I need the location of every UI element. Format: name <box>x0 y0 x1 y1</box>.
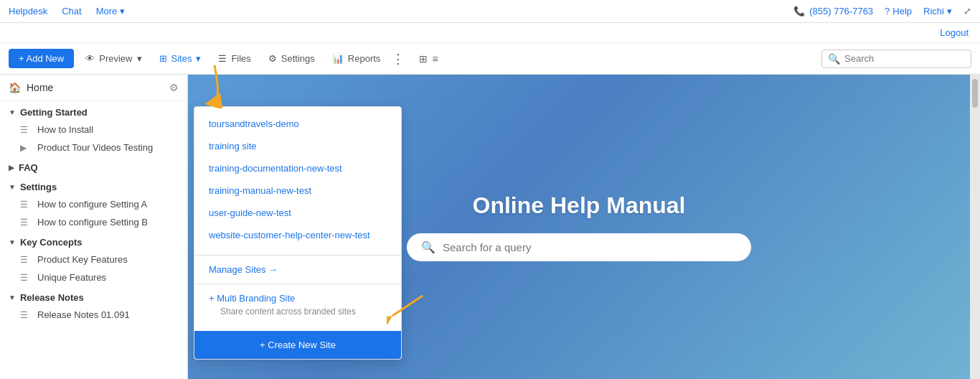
settings-icon: ⚙ <box>268 53 277 64</box>
key-concepts-arrow-icon: ▼ <box>9 238 16 246</box>
getting-started-section: ▼ Getting Started ☰ How to Install ▶ Pro… <box>0 101 187 156</box>
more-chevron-icon: ▾ <box>120 6 125 17</box>
sidebar-header: 🏠 Home ⚙ <box>0 75 187 101</box>
site-item-4[interactable]: user-guide-new-test <box>194 202 401 224</box>
files-button[interactable]: ☰ Files <box>212 50 256 67</box>
setting-b-label: How to configure Setting B <box>37 217 148 228</box>
list-view-icon[interactable]: ≡ <box>432 53 438 65</box>
search-icon: 🔍 <box>828 53 840 65</box>
home-button[interactable]: 🏠 Home <box>9 82 53 93</box>
dropdown-divider <box>194 255 401 256</box>
preview-chevron-icon: ▾ <box>137 53 142 64</box>
user-chevron-icon: ▾ <box>947 6 952 17</box>
reports-label: Reports <box>348 53 381 64</box>
grid-view-icon[interactable]: ⊞ <box>419 53 428 65</box>
site-item-5[interactable]: website-customer-help-center-new-test <box>194 224 401 246</box>
main-layout: 🏠 Home ⚙ ▼ Getting Started ☰ How to Inst… <box>0 75 980 379</box>
product-tour-item[interactable]: ▶ Product Tour Videos Testing <box>0 139 187 156</box>
settings-section-label: Settings <box>20 182 57 192</box>
sidebar-gear-icon[interactable]: ⚙ <box>169 82 179 93</box>
getting-started-arrow-icon: ▼ <box>9 108 16 116</box>
site-item-3[interactable]: training-manual-new-test <box>194 179 401 202</box>
content-search-icon: 🔍 <box>421 240 435 254</box>
doc-icon-kc1: ☰ <box>20 255 32 265</box>
doc-icon: ☰ <box>20 125 32 135</box>
how-to-install-item[interactable]: ☰ How to Install <box>0 121 187 139</box>
release-notes-header[interactable]: ▼ Release Notes <box>0 286 187 306</box>
home-icon: 🏠 <box>9 82 21 93</box>
help-label: Help <box>892 6 912 17</box>
toolbar-search: 🔍 <box>821 50 971 68</box>
more-button[interactable]: More ▾ <box>96 6 126 17</box>
site-item-0[interactable]: toursandtravels-demo <box>194 113 401 135</box>
top-nav: Helpdesk Chat More ▾ 📞 (855) 776-7763 ? … <box>0 0 980 23</box>
sites-button[interactable]: ⊞ Sites ▾ <box>154 50 207 67</box>
files-icon: ☰ <box>218 53 227 64</box>
logout-link[interactable]: Logout <box>940 27 969 38</box>
release-notes-label: Release Notes <box>20 292 84 303</box>
chat-link[interactable]: Chat <box>62 6 81 17</box>
site-item-1[interactable]: training site <box>194 135 401 157</box>
doc-icon-a: ☰ <box>20 200 32 210</box>
faq-arrow-icon: ▶ <box>9 164 14 172</box>
manage-sites-link[interactable]: Manage Sites → <box>194 258 401 284</box>
top-nav-left: Helpdesk Chat More ▾ <box>9 6 125 17</box>
reports-button[interactable]: 📊 Reports <box>326 50 387 67</box>
search-input[interactable] <box>844 53 965 64</box>
manage-sites-label: Manage Sites → <box>209 264 278 275</box>
multi-branding-section: + Multi Branding Site Share content acro… <box>194 284 401 325</box>
phone-icon: 📞 <box>793 6 805 17</box>
release-notes-arrow-icon: ▼ <box>9 294 16 301</box>
add-new-button[interactable]: + Add New <box>9 49 74 68</box>
scrollbar-thumb[interactable] <box>972 79 978 108</box>
settings-label: Settings <box>281 53 315 64</box>
sidebar: 🏠 Home ⚙ ▼ Getting Started ☰ How to Inst… <box>0 75 188 379</box>
release-notes-01-item[interactable]: ☰ Release Notes 01.091 <box>0 306 187 324</box>
settings-button[interactable]: ⚙ Settings <box>263 50 321 67</box>
helpdesk-link[interactable]: Helpdesk <box>9 6 47 17</box>
preview-label: Preview <box>99 53 132 64</box>
user-button[interactable]: Richi ▾ <box>923 6 952 17</box>
site-item-2[interactable]: training-documentation-new-test <box>194 157 401 179</box>
multi-branding-button[interactable]: + Multi Branding Site <box>209 293 387 304</box>
multi-branding-desc: Share content across branded sites <box>209 307 387 317</box>
setting-a-item[interactable]: ☰ How to configure Setting A <box>0 195 187 213</box>
release-notes-01-label: Release Notes 01.091 <box>37 309 130 320</box>
create-new-site-button[interactable]: + Create New Site <box>194 331 401 359</box>
key-concepts-section: ▼ Key Concepts ☰ Product Key Features ☰ … <box>0 231 187 286</box>
logout-bar: Logout <box>0 23 980 43</box>
home-label: Home <box>27 82 53 93</box>
faq-section: ▶ FAQ <box>0 156 187 176</box>
settings-arrow-icon: ▼ <box>9 183 16 191</box>
settings-section-header[interactable]: ▼ Settings <box>0 176 187 195</box>
maximize-icon[interactable]: ⤢ <box>963 6 971 17</box>
sites-label: Sites <box>171 53 192 64</box>
faq-header[interactable]: ▶ FAQ <box>0 156 187 176</box>
content-search-input[interactable] <box>443 241 737 253</box>
help-link[interactable]: ? Help <box>885 6 912 17</box>
doc-icon-kc2: ☰ <box>20 273 32 283</box>
more-options-icon[interactable]: ⋮ <box>392 51 405 67</box>
getting-started-header[interactable]: ▼ Getting Started <box>0 101 187 121</box>
content-search: 🔍 <box>407 233 751 261</box>
getting-started-label: Getting Started <box>20 107 88 118</box>
product-tour-label: Product Tour Videos Testing <box>37 142 153 153</box>
preview-icon: 👁 <box>85 53 95 64</box>
help-icon: ? <box>885 6 890 17</box>
release-notes-section: ▼ Release Notes ☰ Release Notes 01.091 <box>0 286 187 324</box>
toolbar: + Add New 👁 Preview ▾ ⊞ Sites ▾ ☰ Files … <box>0 43 980 75</box>
preview-button[interactable]: 👁 Preview ▾ <box>80 50 147 67</box>
multi-branding-label: + Multi Branding Site <box>209 293 295 304</box>
toolbar-icons: ⊞ ≡ <box>419 53 438 65</box>
sites-list: toursandtravels-demo training site train… <box>194 107 401 252</box>
unique-features-item[interactable]: ☰ Unique Features <box>0 268 187 286</box>
setting-b-item[interactable]: ☰ How to configure Setting B <box>0 213 187 231</box>
faq-label: FAQ <box>19 162 38 173</box>
scrollbar[interactable] <box>970 75 980 379</box>
key-concepts-header[interactable]: ▼ Key Concepts <box>0 231 187 251</box>
sites-dropdown: toursandtravels-demo training site train… <box>194 106 402 360</box>
doc-icon-rn1: ☰ <box>20 310 32 320</box>
user-label: Richi <box>923 6 944 17</box>
files-label: Files <box>231 53 250 64</box>
product-key-features-item[interactable]: ☰ Product Key Features <box>0 251 187 268</box>
